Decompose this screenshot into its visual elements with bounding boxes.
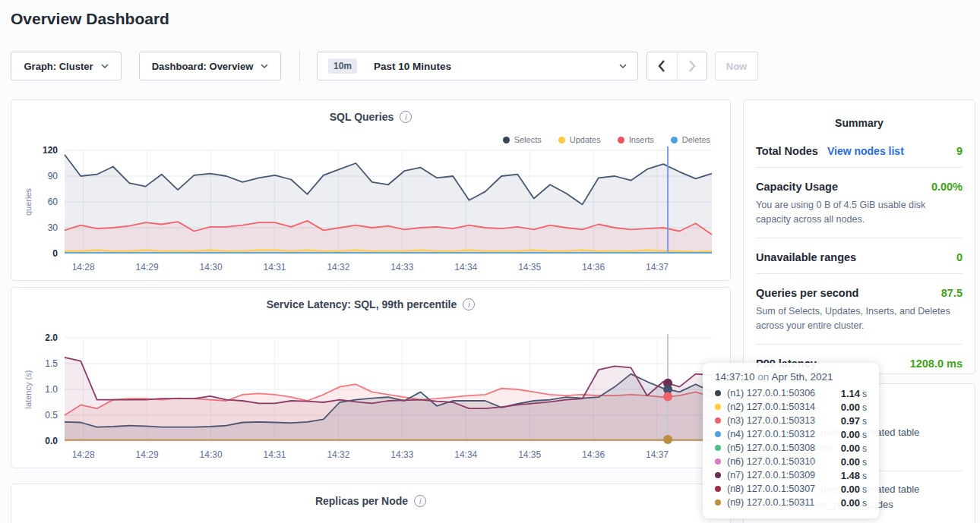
time-back-button[interactable] <box>647 52 677 80</box>
info-icon[interactable]: i <box>400 111 412 123</box>
svg-text:14:35: 14:35 <box>518 262 541 273</box>
graph-scope-label: Graph: Cluster <box>24 61 93 72</box>
node-color-dot-icon <box>715 417 721 424</box>
svg-text:14:36: 14:36 <box>582 449 605 460</box>
tooltip-node-row: (n8) 127.0.0.1:503070.00s <box>715 482 867 496</box>
chevron-down-icon <box>261 64 268 68</box>
node-color-dot-icon <box>715 486 721 492</box>
svg-text:14:31: 14:31 <box>263 262 286 273</box>
node-address: (n9) 127.0.0.1:50311 <box>727 497 814 508</box>
latency-hover-tooltip: 14:37:10 on Apr 5th, 2021 (n1) 127.0.0.1… <box>703 363 879 518</box>
info-icon[interactable]: i <box>463 298 475 310</box>
time-range-dropdown[interactable]: 10m Past 10 Minutes <box>317 52 638 80</box>
svg-text:14:32: 14:32 <box>327 449 349 460</box>
queries-per-second-value: 87.5 <box>941 287 963 299</box>
node-address: (n6) 127.0.0.1:50310 <box>727 456 815 467</box>
toolbar-divider <box>299 50 300 81</box>
svg-text:90: 90 <box>48 171 58 181</box>
svg-text:14:28: 14:28 <box>72 262 95 273</box>
svg-text:1.5: 1.5 <box>45 358 58 369</box>
total-nodes-label: Total Nodes <box>756 145 818 157</box>
graph-scope-dropdown[interactable]: Graph: Cluster <box>11 52 122 80</box>
svg-text:60: 60 <box>48 197 58 207</box>
summary-row-qps: Queries per second 87.5 Sum of Selects, … <box>756 274 963 345</box>
node-latency-value: 0.97s <box>841 415 867 427</box>
svg-text:14:35: 14:35 <box>518 449 541 460</box>
node-address: (n8) 127.0.0.1:50307 <box>727 484 815 494</box>
queries-per-second-desc: Sum of Selects, Updates, Inserts, and De… <box>756 304 963 334</box>
svg-text:0.5: 0.5 <box>45 410 58 421</box>
node-color-dot-icon <box>715 472 721 478</box>
service-latency-card: Service Latency: SQL, 99th percentile i … <box>11 287 731 468</box>
page-title: Overview Dashboard <box>11 10 169 28</box>
time-range-label: Past 10 Minutes <box>374 61 451 72</box>
svg-text:120: 120 <box>43 145 58 156</box>
summary-row-capacity: Capacity Usage 0.00% You are using 0 B o… <box>756 168 963 238</box>
svg-text:14:36: 14:36 <box>582 262 605 273</box>
chevron-left-icon <box>658 60 665 72</box>
node-color-dot-icon <box>715 458 721 465</box>
node-color-dot-icon <box>715 404 721 410</box>
service-latency-chart[interactable]: 14:2814:2914:3014:3114:3214:3314:3414:35… <box>21 330 722 464</box>
svg-text:latency (s): latency (s) <box>24 370 33 409</box>
node-address: (n2) 127.0.0.1:50314 <box>727 402 815 412</box>
svg-text:14:37: 14:37 <box>646 449 669 460</box>
tooltip-timestamp: 14:37:10 on Apr 5th, 2021 <box>715 371 867 383</box>
summary-row-unavailable: Unavailable ranges 0 <box>756 238 963 274</box>
dashboard-label: Dashboard: Overview <box>152 61 254 72</box>
node-latency-value: 0.00s <box>841 429 867 440</box>
total-nodes-value: 9 <box>956 145 963 157</box>
svg-text:14:37: 14:37 <box>646 262 669 273</box>
node-color-dot-icon <box>715 431 721 437</box>
node-address: (n1) 127.0.0.1:50306 <box>727 388 815 399</box>
svg-text:14:31: 14:31 <box>263 449 286 460</box>
p99-latency-value: 1208.0 ms <box>910 358 963 370</box>
tooltip-node-row: (n3) 127.0.0.1:503130.97s <box>715 414 867 427</box>
replicas-per-node-title: Replicas per Node <box>315 495 408 507</box>
svg-text:14:34: 14:34 <box>454 262 477 273</box>
node-color-dot-icon <box>715 445 721 451</box>
sql-queries-title: SQL Queries <box>330 111 394 123</box>
svg-text:queries: queries <box>24 187 33 216</box>
svg-text:14:29: 14:29 <box>136 449 159 460</box>
tooltip-node-row: (n2) 127.0.0.1:503140.00s <box>715 400 867 414</box>
node-latency-value: 0.00s <box>841 456 867 468</box>
time-forward-button[interactable] <box>677 52 707 80</box>
info-icon[interactable]: i <box>414 495 426 507</box>
view-nodes-list-link[interactable]: View nodes list <box>827 145 904 157</box>
tooltip-node-row: (n9) 127.0.0.1:503110.00s <box>715 496 867 509</box>
svg-text:2.0: 2.0 <box>45 332 58 343</box>
overview-dashboard-page: { "page": { "title": "Overview Dashboard… <box>0 0 980 523</box>
node-latency-value: 0.00s <box>841 497 867 509</box>
chevron-down-icon <box>101 64 109 68</box>
svg-text:14:29: 14:29 <box>136 262 159 273</box>
svg-text:14:34: 14:34 <box>454 449 477 460</box>
tooltip-node-row: (n6) 127.0.0.1:503100.00s <box>715 455 867 468</box>
time-shift-buttons <box>646 52 707 80</box>
unavailable-ranges-label: Unavailable ranges <box>756 251 856 263</box>
svg-text:1.0: 1.0 <box>45 384 58 395</box>
dashboard-dropdown[interactable]: Dashboard: Overview <box>139 52 281 80</box>
svg-text:14:32: 14:32 <box>327 262 349 273</box>
node-color-dot-icon <box>715 390 721 396</box>
chevron-down-icon <box>619 64 627 68</box>
node-latency-value: 1.48s <box>841 470 867 481</box>
tooltip-node-row: (n4) 127.0.0.1:503120.00s <box>715 427 867 441</box>
summary-panel: Summary Total Nodes View nodes list 9 Ca… <box>743 99 975 374</box>
sql-queries-chart[interactable]: 14:2814:2914:3014:3114:3214:3314:3414:35… <box>21 143 722 276</box>
node-address: (n3) 127.0.0.1:50313 <box>727 415 815 426</box>
svg-text:0: 0 <box>52 248 58 259</box>
svg-text:30: 30 <box>48 222 58 233</box>
summary-title: Summary <box>744 100 975 129</box>
service-latency-title: Service Latency: SQL, 99th percentile <box>267 298 457 310</box>
sql-queries-card: SQL Queries i Selects Updates Inserts De… <box>11 99 731 281</box>
now-button[interactable]: Now <box>715 52 758 80</box>
node-address: (n5) 127.0.0.1:50308 <box>727 443 815 453</box>
node-latency-value: 1.14s <box>841 388 867 399</box>
svg-text:14:30: 14:30 <box>200 449 223 460</box>
tooltip-node-row: (n7) 127.0.0.1:503091.48s <box>715 468 867 482</box>
capacity-usage-label: Capacity Usage <box>756 181 838 193</box>
replicas-per-node-card: Replicas per Node i <box>11 484 731 523</box>
tooltip-node-row: (n5) 127.0.0.1:503080.00s <box>715 441 867 455</box>
svg-text:0.0: 0.0 <box>45 436 58 446</box>
